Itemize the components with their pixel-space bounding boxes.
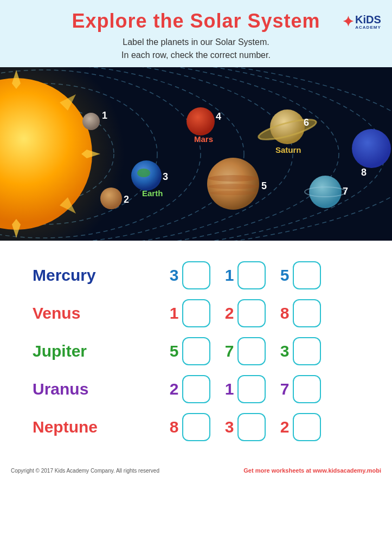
jupiter-num-1: 5 — [164, 342, 179, 360]
jupiter-label: Jupiter — [33, 342, 125, 360]
mercury-num-2: 1 — [219, 266, 234, 285]
venus-choice-3: 8 — [274, 299, 321, 327]
page-header: Explore the Solar System Label the plane… — [0, 0, 392, 67]
mercury-choice-3: 5 — [274, 261, 321, 289]
mercury-checkbox-1[interactable] — [182, 261, 210, 289]
mercury-choice-1: 3 — [164, 261, 210, 289]
svg-text:6: 6 — [304, 117, 309, 128]
neptune-num-2: 3 — [219, 418, 234, 436]
subtitle: Label the planets in our Solar System. I… — [5, 36, 387, 62]
mercury-checkbox-3[interactable] — [293, 261, 321, 289]
svg-point-22 — [137, 169, 150, 177]
svg-text:7: 7 — [343, 186, 348, 197]
worksheet-section: Mercury 3 1 5 Venus 1 2 — [0, 241, 392, 462]
neptune-checkbox-1[interactable] — [182, 413, 210, 441]
neptune-checkbox-3[interactable] — [293, 413, 321, 441]
svg-point-31 — [209, 191, 257, 195]
jupiter-choices: 5 7 3 — [125, 337, 359, 365]
svg-text:Saturn: Saturn — [275, 145, 301, 154]
svg-point-19 — [100, 188, 122, 209]
logo-star-icon: ✦ — [342, 14, 354, 30]
uranus-num-1: 2 — [164, 380, 179, 398]
uranus-checkbox-3[interactable] — [293, 375, 321, 403]
venus-label: Venus — [33, 304, 125, 322]
mercury-num-3: 5 — [274, 266, 290, 285]
logo-kids-text: KiDS — [355, 14, 381, 25]
venus-checkbox-2[interactable] — [237, 299, 266, 327]
mercury-choices: 3 1 5 — [125, 261, 359, 289]
neptune-row: Neptune 8 3 2 — [33, 413, 359, 441]
mercury-label: Mercury — [33, 266, 125, 285]
solar-system-banner: 1 2 3 Earth 4 Mars 5 6 Saturn 7 8 — [0, 67, 392, 241]
uranus-checkbox-2[interactable] — [237, 375, 266, 403]
neptune-choice-3: 2 — [274, 413, 321, 441]
cta-text: Get more worksheets at www.kidsacademy.m… — [243, 467, 381, 474]
mercury-row: Mercury 3 1 5 — [33, 261, 359, 289]
svg-point-38 — [309, 176, 342, 208]
neptune-choice-2: 3 — [219, 413, 266, 441]
svg-text:3: 3 — [163, 171, 168, 182]
page-title: Explore the Solar System — [5, 10, 387, 33]
neptune-checkbox-2[interactable] — [237, 413, 266, 441]
svg-text:Earth: Earth — [142, 189, 163, 198]
uranus-choice-1: 2 — [164, 375, 210, 403]
uranus-choice-2: 1 — [219, 375, 266, 403]
solar-system-svg: 1 2 3 Earth 4 Mars 5 6 Saturn 7 8 — [0, 67, 392, 241]
jupiter-checkbox-3[interactable] — [293, 337, 321, 365]
neptune-label: Neptune — [33, 418, 125, 436]
venus-choice-1: 1 — [164, 299, 210, 327]
svg-text:5: 5 — [261, 180, 267, 191]
venus-checkbox-1[interactable] — [182, 299, 210, 327]
svg-point-41 — [352, 129, 391, 168]
jupiter-num-3: 3 — [274, 342, 290, 360]
neptune-num-1: 8 — [164, 418, 179, 436]
jupiter-choice-3: 3 — [274, 337, 321, 365]
neptune-choices: 8 3 2 — [125, 413, 359, 441]
svg-point-25 — [187, 107, 215, 135]
venus-row: Venus 1 2 8 — [33, 299, 359, 327]
uranus-row: Uranus 2 1 7 — [33, 375, 359, 403]
venus-choices: 1 2 8 — [125, 299, 359, 327]
neptune-choice-1: 8 — [164, 413, 210, 441]
logo-academy-text: ACADEMY — [355, 25, 381, 30]
jupiter-num-2: 7 — [219, 342, 234, 360]
svg-text:2: 2 — [124, 194, 129, 205]
svg-text:4: 4 — [216, 111, 221, 122]
uranus-choice-3: 7 — [274, 375, 321, 403]
jupiter-checkbox-2[interactable] — [237, 337, 266, 365]
venus-num-2: 2 — [219, 304, 234, 322]
mercury-choice-2: 1 — [219, 261, 266, 289]
uranus-num-3: 7 — [274, 380, 290, 398]
mercury-num-1: 3 — [164, 266, 179, 285]
jupiter-checkbox-1[interactable] — [182, 337, 210, 365]
venus-num-3: 8 — [274, 304, 290, 322]
jupiter-choice-1: 5 — [164, 337, 210, 365]
svg-point-29 — [208, 175, 258, 182]
mercury-checkbox-2[interactable] — [237, 261, 266, 289]
svg-text:Mars: Mars — [194, 134, 213, 144]
svg-text:1: 1 — [102, 110, 107, 121]
uranus-checkbox-1[interactable] — [182, 375, 210, 403]
copyright-text: Copyright © 2017 Kids Academy Company. A… — [11, 468, 159, 474]
svg-text:8: 8 — [361, 167, 367, 178]
venus-num-1: 1 — [164, 304, 179, 322]
jupiter-choice-2: 7 — [219, 337, 266, 365]
venus-checkbox-3[interactable] — [293, 299, 321, 327]
uranus-num-2: 1 — [219, 380, 234, 398]
svg-point-17 — [82, 113, 100, 130]
uranus-label: Uranus — [33, 380, 125, 398]
jupiter-row: Jupiter 5 7 3 — [33, 337, 359, 365]
uranus-choices: 2 1 7 — [125, 375, 359, 403]
neptune-num-3: 2 — [274, 418, 290, 436]
svg-point-30 — [208, 184, 258, 189]
page-footer: Copyright © 2017 Kids Academy Company. A… — [0, 462, 392, 480]
venus-choice-2: 2 — [219, 299, 266, 327]
kids-academy-logo: ✦ KiDS ACADEMY — [340, 7, 383, 37]
